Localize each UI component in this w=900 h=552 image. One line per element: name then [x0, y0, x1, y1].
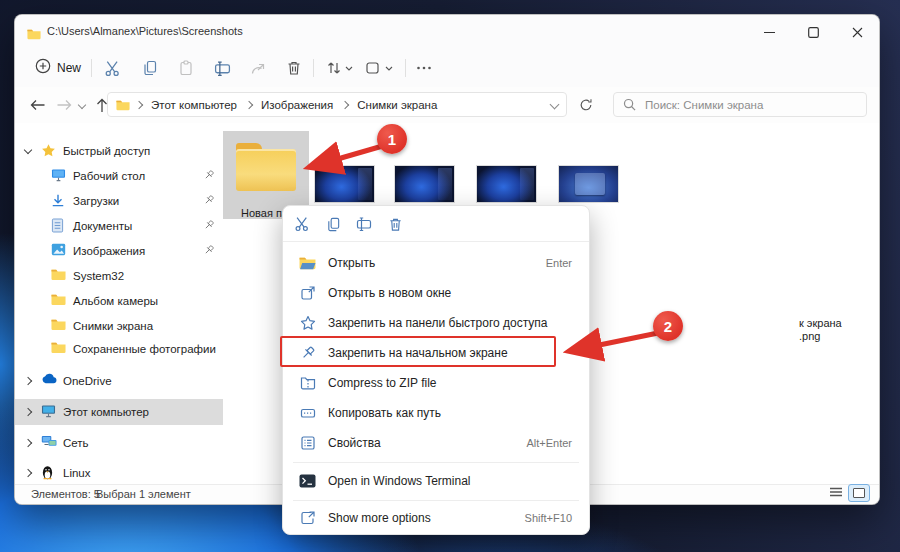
- menu-item-open-in-new-window[interactable]: Открыть в новом окне: [288, 278, 584, 308]
- onedrive-icon: [41, 373, 57, 389]
- search-icon: [623, 98, 636, 111]
- details-view-icon[interactable]: [829, 486, 843, 500]
- folder-icon: [299, 255, 316, 272]
- pin-icon: [203, 244, 215, 258]
- highlight-box: [280, 336, 556, 367]
- selection-count: Выбран 1 элемент: [96, 488, 191, 500]
- delete-icon[interactable]: [385, 214, 405, 234]
- share-icon[interactable]: [247, 58, 269, 78]
- toolbar-separator: [91, 59, 92, 77]
- back-icon[interactable]: [27, 95, 49, 115]
- breadcrumb-pictures[interactable]: Изображения: [258, 97, 336, 113]
- view-dropdown[interactable]: [363, 58, 397, 78]
- folder-icon: [27, 26, 41, 44]
- sort-dropdown[interactable]: [323, 58, 357, 78]
- copy-icon[interactable]: [323, 214, 343, 234]
- navigation-pane: Быстрый доступ Рабочий стол Загрузки Док…: [15, 123, 223, 485]
- chevron-right-icon[interactable]: [24, 408, 32, 416]
- refresh-icon[interactable]: [575, 95, 597, 115]
- sidebar-item-this-pc[interactable]: Этот компьютер: [15, 399, 223, 425]
- toolbar-separator: [313, 59, 314, 77]
- menu-item-properties[interactable]: Свойства Alt+Enter: [288, 428, 584, 458]
- paste-icon[interactable]: [175, 58, 197, 78]
- file-name-fragment: к экрана .png: [799, 317, 842, 343]
- breadcrumb-separator-icon: [245, 100, 253, 108]
- window-title-path: C:\Users\Almanex\Pictures\Screenshots: [47, 25, 243, 37]
- pin-icon: [203, 219, 215, 233]
- properties-icon: [299, 435, 316, 452]
- new-button[interactable]: New: [29, 56, 87, 80]
- chevron-down-icon[interactable]: [24, 146, 32, 154]
- desktop-icon: [51, 168, 67, 184]
- folder-icon: [51, 341, 67, 357]
- sidebar-item-onedrive[interactable]: OneDrive: [15, 369, 223, 393]
- rename-icon[interactable]: [354, 214, 374, 234]
- breadcrumb-this-pc[interactable]: Этот компьютер: [148, 97, 240, 113]
- forward-icon[interactable]: [53, 95, 75, 115]
- history-chevron-icon[interactable]: [75, 95, 89, 115]
- sidebar-item-screenshots[interactable]: Снимки экрана: [15, 314, 223, 338]
- search-box[interactable]: [613, 92, 867, 117]
- sidebar-item-linux[interactable]: Linux: [15, 461, 223, 485]
- menu-item-open-in-windows-terminal[interactable]: Open in Windows Terminal: [288, 466, 584, 496]
- pictures-icon: [51, 243, 67, 259]
- show-more-icon: [299, 510, 316, 527]
- rename-icon[interactable]: [211, 58, 233, 78]
- folder-icon: [51, 293, 67, 309]
- zip-folder-icon: [299, 375, 316, 392]
- screenshot-thumbnail[interactable]: [558, 165, 619, 203]
- thumbnail-view-icon[interactable]: [848, 484, 870, 502]
- cut-icon[interactable]: [101, 58, 123, 78]
- quick-access-star-icon: [41, 143, 57, 159]
- sidebar-item-documents[interactable]: Документы: [15, 214, 223, 238]
- menu-item-show-more-options[interactable]: Show more options Shift+F10: [288, 503, 584, 533]
- maximize-button[interactable]: [791, 15, 835, 49]
- menu-separator: [293, 500, 579, 501]
- new-plus-icon: [35, 58, 51, 78]
- chevron-right-icon[interactable]: [24, 439, 32, 447]
- terminal-icon: [299, 473, 316, 490]
- screenshot-thumbnail[interactable]: [314, 165, 375, 203]
- pin-icon: [203, 194, 215, 208]
- chevron-right-icon[interactable]: [24, 469, 32, 477]
- menu-separator: [293, 462, 579, 463]
- command-toolbar: New: [15, 49, 879, 88]
- title-bar: C:\Users\Almanex\Pictures\Screenshots: [15, 15, 879, 49]
- screenshot-thumbnail[interactable]: [394, 165, 455, 203]
- cut-icon[interactable]: [292, 214, 312, 234]
- open-new-window-icon: [299, 285, 316, 302]
- sidebar-item-desktop[interactable]: Рабочий стол: [15, 164, 223, 188]
- sidebar-item-system32[interactable]: System32: [15, 264, 223, 288]
- close-button[interactable]: [835, 15, 879, 49]
- menu-item-copy-as-path[interactable]: Копировать как путь: [288, 398, 584, 428]
- documents-icon: [51, 218, 67, 234]
- breadcrumb-separator-icon: [135, 100, 143, 108]
- step-badge-1: 1: [377, 124, 407, 154]
- breadcrumb-screenshots[interactable]: Снимки экрана: [354, 97, 440, 113]
- minimize-button[interactable]: [747, 15, 791, 49]
- folder-tile-label: Новая па: [241, 207, 288, 219]
- menu-item-pin-to-quick-access[interactable]: Закрепить на панели быстрого доступа: [288, 308, 584, 338]
- sidebar-item-network[interactable]: Сеть: [15, 431, 223, 455]
- chevron-right-icon[interactable]: [24, 377, 32, 385]
- folder-icon: [51, 318, 67, 334]
- computer-icon: [41, 404, 57, 420]
- screenshot-thumbnail[interactable]: [476, 165, 537, 203]
- breadcrumb[interactable]: Этот компьютер Изображения Снимки экрана: [107, 92, 567, 117]
- desktop: C:\Users\Almanex\Pictures\Screenshots Ne…: [0, 0, 900, 552]
- sidebar-item-saved-photos[interactable]: Сохраненные фотографии: [15, 337, 223, 361]
- sidebar-item-downloads[interactable]: Загрузки: [15, 189, 223, 213]
- linux-penguin-icon: [41, 465, 57, 481]
- more-options-icon[interactable]: [413, 58, 435, 78]
- sidebar-item-camera-album[interactable]: Альбом камеры: [15, 289, 223, 313]
- address-dropdown-icon[interactable]: [550, 100, 560, 110]
- copy-icon[interactable]: [139, 58, 161, 78]
- sidebar-item-quick-access[interactable]: Быстрый доступ: [15, 139, 223, 163]
- delete-icon[interactable]: [283, 58, 305, 78]
- sidebar-item-pictures[interactable]: Изображения: [15, 239, 223, 263]
- search-input[interactable]: [643, 98, 847, 112]
- context-menu: Открыть Enter Открыть в новом окне Закре…: [282, 205, 590, 535]
- toolbar-separator: [405, 59, 406, 77]
- menu-item-compress-to-zip[interactable]: Compress to ZIP file: [288, 368, 584, 398]
- menu-item-open[interactable]: Открыть Enter: [288, 248, 584, 278]
